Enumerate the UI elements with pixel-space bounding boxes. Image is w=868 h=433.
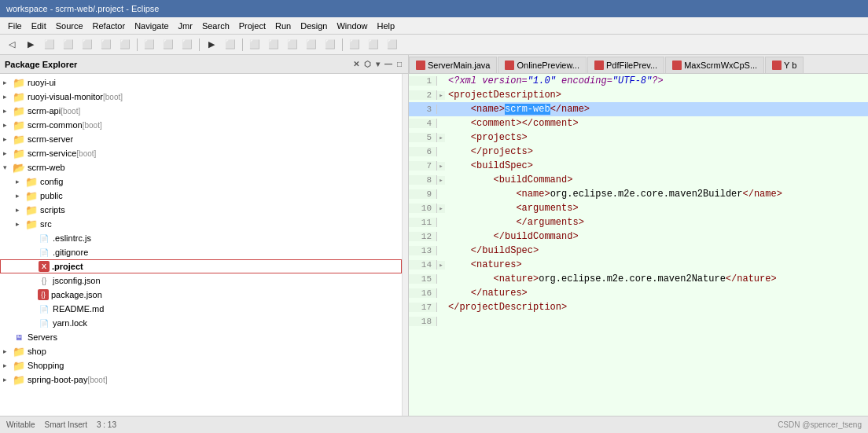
tree-item-servers[interactable]: 🖥Servers bbox=[0, 330, 402, 344]
line-number: 16 bbox=[409, 288, 437, 298]
toolbar-btn-1[interactable]: ▶ bbox=[22, 37, 39, 53]
menu-item-help[interactable]: Help bbox=[373, 20, 400, 32]
code-line-9: 9 <name>org.eclipse.m2e.core.maven2Build… bbox=[409, 187, 868, 201]
tree-item-readme[interactable]: 📄README.md bbox=[0, 302, 402, 316]
toolbar-btn-5[interactable]: ⬜ bbox=[97, 37, 115, 53]
tree-item-yarnlock[interactable]: 📄yarn.lock bbox=[0, 316, 402, 330]
editor-tab-maxScrm[interactable]: MaxScrmWxCpS... bbox=[665, 57, 764, 73]
tree-item-Shopping[interactable]: ▸📁Shopping bbox=[0, 358, 402, 372]
tree-item-spring-boot-pay[interactable]: ▸📁spring-boot-pay [boot] bbox=[0, 372, 402, 387]
tree-item-label: public bbox=[40, 191, 63, 200]
tree-item-scrm-api[interactable]: ▸📁scrm-api [boot] bbox=[0, 104, 402, 118]
menu-item-project[interactable]: Project bbox=[234, 20, 270, 32]
editor-content[interactable]: 1<?xml version="1.0" encoding="UTF-8"?>2… bbox=[409, 74, 868, 416]
tree-arrow[interactable]: ▸ bbox=[16, 178, 25, 185]
toolbar-btn-23[interactable]: ⬜ bbox=[384, 37, 401, 53]
toolbar-btn-2[interactable]: ⬜ bbox=[41, 37, 58, 53]
toolbar-btn-13[interactable]: ⬜ bbox=[222, 37, 239, 53]
watermark: CSDN @spencer_tseng bbox=[778, 420, 862, 429]
tree-arrow[interactable]: ▸ bbox=[3, 376, 13, 383]
xml-processing-instruction: <?xml version="1.0" encoding="UTF-8"?> bbox=[448, 75, 664, 86]
tree-item-label: scripts bbox=[40, 205, 65, 215]
menu-item-navigate[interactable]: Navigate bbox=[130, 20, 173, 32]
toolbar-btn-3[interactable]: ⬜ bbox=[60, 37, 77, 53]
menu-item-search[interactable]: Search bbox=[197, 20, 234, 32]
tree-scrollbar[interactable] bbox=[402, 74, 408, 416]
tree-item-scrm-service[interactable]: ▸📁scrm-service [boot] bbox=[0, 146, 402, 160]
menu-item-design[interactable]: Design bbox=[296, 20, 332, 32]
tree-arrow[interactable]: ▸ bbox=[16, 220, 25, 228]
toolbar-btn-0[interactable]: ◁ bbox=[3, 37, 20, 53]
tree-arrow[interactable]: ▸ bbox=[3, 361, 13, 369]
tree-item-scripts[interactable]: ▸📁scripts bbox=[0, 203, 402, 217]
code-line-10: 10▸ <arguments> bbox=[409, 201, 868, 215]
toolbar-separator bbox=[199, 39, 200, 51]
toolbar-btn-16[interactable]: ⬜ bbox=[265, 37, 282, 53]
editor-tab-serverMain[interactable]: ServerMain.java bbox=[409, 57, 497, 73]
tree-arrow[interactable]: ▸ bbox=[3, 107, 13, 115]
tree-item-ruoyi-visual-monitor[interactable]: ▸📁ruoyi-visual-monitor [boot] bbox=[0, 90, 402, 104]
tree-arrow[interactable]: ▾ bbox=[3, 163, 13, 171]
tree-item-shop[interactable]: ▸📁shop bbox=[0, 344, 402, 358]
tree-item-project[interactable]: X.project bbox=[0, 259, 402, 273]
tree-item-packagejson[interactable]: {}package.json bbox=[0, 288, 402, 302]
tree-item-scrm-server[interactable]: ▸📁scrm-server bbox=[0, 132, 402, 146]
code-line-17: 17</projectDescription> bbox=[409, 300, 868, 314]
toolbar-btn-19[interactable]: ⬜ bbox=[322, 37, 339, 53]
menu-item-edit[interactable]: Edit bbox=[27, 20, 51, 32]
menu-item-file[interactable]: File bbox=[3, 20, 27, 32]
tree-arrow[interactable]: ▸ bbox=[3, 93, 13, 101]
tree-arrow[interactable]: ▸ bbox=[16, 192, 25, 200]
tree-arrow[interactable]: ▸ bbox=[3, 79, 13, 86]
code-line-2: 2▸<projectDescription> bbox=[409, 88, 868, 102]
tree-item-src[interactable]: ▸📁src bbox=[0, 217, 402, 231]
tree-item-eslintrc[interactable]: 📄.eslintrc.js bbox=[0, 231, 402, 245]
tree-file-icon-md: 📄 bbox=[38, 303, 50, 314]
toolbar-btn-8[interactable]: ⬜ bbox=[141, 37, 158, 53]
tree-file-icon-xml: X bbox=[39, 261, 50, 272]
pkg-minimize-icon[interactable]: ⬡ bbox=[362, 59, 373, 69]
pkg-collapse-icon[interactable]: ▾ bbox=[374, 59, 381, 69]
tree-item-jsconfig[interactable]: {}jsconfig.json bbox=[0, 273, 402, 288]
code-line-16: 16 </natures> bbox=[409, 286, 868, 300]
toolbar-btn-17[interactable]: ⬜ bbox=[284, 37, 301, 53]
toolbar-btn-9[interactable]: ⬜ bbox=[160, 37, 177, 53]
tree-item-scrm-web[interactable]: ▾📂scrm-web bbox=[0, 160, 402, 174]
tree-item-config[interactable]: ▸📁config bbox=[0, 174, 402, 189]
tree-item-label: scrm-api bbox=[28, 106, 61, 116]
menu-item-source[interactable]: Source bbox=[51, 20, 88, 32]
editor-tab-ybTab[interactable]: Y b bbox=[765, 57, 804, 73]
tree-item-public[interactable]: ▸📁public bbox=[0, 189, 402, 203]
menu-item-jmr[interactable]: Jmr bbox=[174, 20, 197, 32]
tree-item-scrm-common[interactable]: ▸📁scrm-common [boot] bbox=[0, 118, 402, 132]
code-line-12: 12 </buildCommand> bbox=[409, 229, 868, 244]
toolbar-btn-6[interactable]: ⬜ bbox=[116, 37, 134, 53]
toolbar-btn-4[interactable]: ⬜ bbox=[79, 37, 96, 53]
toolbar-btn-10[interactable]: ⬜ bbox=[178, 37, 196, 53]
pkg-maximize-icon[interactable]: — bbox=[383, 59, 394, 69]
tree-item-gitignore[interactable]: 📄.gitignore bbox=[0, 245, 402, 259]
tab-label: Y b bbox=[784, 61, 796, 70]
menu-item-run[interactable]: Run bbox=[270, 20, 296, 32]
toolbar-btn-15[interactable]: ⬜ bbox=[246, 37, 263, 53]
tree-arrow[interactable]: ▸ bbox=[3, 149, 13, 157]
menu-item-refactor[interactable]: Refactor bbox=[88, 20, 131, 32]
tree-item-ruoyi-ui[interactable]: ▸📁ruoyi-ui bbox=[0, 75, 402, 90]
pkg-restore-icon[interactable]: □ bbox=[395, 59, 403, 69]
pkg-close-icon[interactable]: ✕ bbox=[351, 59, 361, 69]
menu-item-window[interactable]: Window bbox=[332, 20, 372, 32]
toolbar-btn-12[interactable]: ▶ bbox=[203, 37, 220, 53]
tree-arrow[interactable]: ▸ bbox=[16, 206, 25, 214]
editor-tab-pdfFilePrev[interactable]: PdfFilePrev... bbox=[587, 57, 664, 73]
editor-tab-onlinePreview[interactable]: OnlinePreview... bbox=[498, 57, 586, 73]
tree-arrow[interactable]: ▸ bbox=[3, 347, 13, 355]
tab-icon-java bbox=[672, 61, 682, 70]
tab-icon-java bbox=[772, 61, 782, 70]
tree-arrow[interactable]: ▸ bbox=[3, 135, 13, 143]
toolbar-btn-22[interactable]: ⬜ bbox=[365, 37, 382, 53]
toolbar-btn-18[interactable]: ⬜ bbox=[303, 37, 320, 53]
line-content: </buildSpec> bbox=[445, 245, 539, 256]
toolbar-btn-21[interactable]: ⬜ bbox=[346, 37, 363, 53]
tree-arrow[interactable]: ▸ bbox=[3, 121, 13, 129]
tree-file-icon-project: 📁 bbox=[13, 119, 25, 130]
